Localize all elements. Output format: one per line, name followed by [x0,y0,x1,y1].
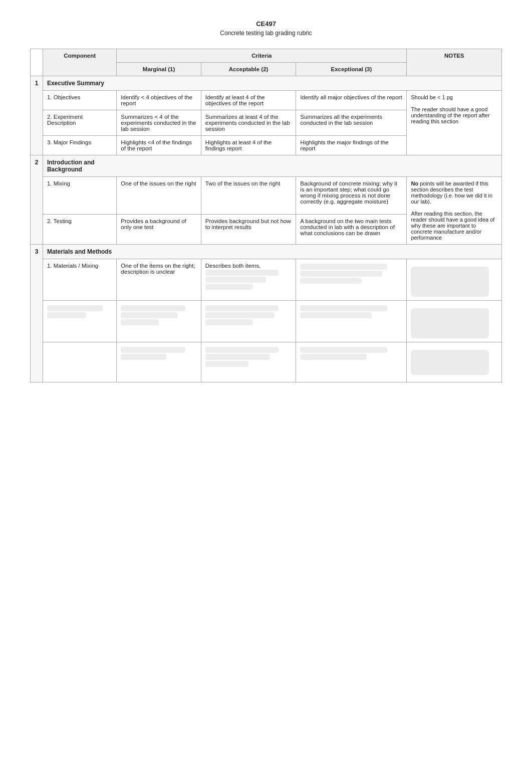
section-3-header: 3 Materials and Methods [31,245,502,259]
section-1-num: 1 [31,76,43,155]
notes-cell [407,259,502,301]
blurred-content [300,278,361,284]
section-3-title: Materials and Methods [43,245,501,259]
blurred-content [47,312,86,318]
section-1-header: 1 Executive Summary [31,76,502,91]
notes-cell: No points will be awarded if this sectio… [407,177,502,245]
blurred-content [205,284,253,290]
acceptable-cell [201,342,296,382]
notes-cell: Should be < 1 pg The reader should have … [407,91,502,155]
acceptable-cell: Highlights at least 4 of the findings re… [201,136,296,155]
table-row: 1. Materials / Mixing One of the items o… [31,259,502,301]
table-row [31,342,502,382]
blurred-content [300,305,387,311]
component-header: Component [43,49,116,76]
blurred-content [300,271,382,277]
exceptional-cell [296,342,407,382]
acceptable-cell: Provides background but not how to inter… [201,214,296,244]
exceptional-header: Exceptional (3) [296,63,407,76]
blurred-content [47,305,103,311]
acceptable-cell: Identify at least 4 of the objectives of… [201,91,296,110]
section-2-header: 2 Introduction andBackground [31,155,502,177]
section-1-title: Executive Summary [43,76,501,91]
component-cell: 2. Testing [43,214,116,244]
page-subtitle: Concrete testing lab grading rubric [30,30,502,37]
blurred-content [205,361,248,367]
component-cell: 1. Mixing [43,177,116,215]
acceptable-cell: Describes both items, [201,259,296,301]
blurred-content [205,305,279,311]
blurred-content [300,347,387,353]
page-title: CE497 [30,20,502,28]
blurred-content [205,270,279,276]
section-2-title: Introduction andBackground [43,155,501,177]
table-row: 1. Mixing One of the issues on the right… [31,177,502,215]
notes-cell [407,301,502,342]
section-2-num: 2 [31,155,43,245]
table-row: 1. Objectives Identify < 4 objectives of… [31,91,502,110]
exceptional-cell [296,259,407,301]
acceptable-cell [201,301,296,342]
notes-header: NOTES [407,49,502,76]
exceptional-cell: Background of concrete mixing; why it is… [296,177,407,215]
exceptional-cell: Highlights the major findings of the rep… [296,136,407,155]
component-cell: 3. Major Findings [43,136,116,155]
marginal-cell: Identify < 4 objectives of the report [117,91,201,110]
marginal-cell: Provides a background of only one test [117,214,201,244]
blurred-content [300,312,372,318]
acceptable-header: Acceptable (2) [201,63,296,76]
marginal-cell [117,301,201,342]
blurred-content [121,347,185,353]
blurred-content [411,350,488,375]
blurred-content [411,308,488,338]
blurred-content [121,305,185,311]
marginal-header: Marginal (1) [117,63,201,76]
criteria-header: Criteria [117,49,407,63]
blurred-content [205,354,270,360]
exceptional-cell [296,301,407,342]
notes-cell [407,342,502,382]
acceptable-cell: Two of the issues on the right [201,177,296,215]
exceptional-cell: Identify all major objectives of the rep… [296,91,407,110]
component-cell: 2. Experiment Description [43,110,116,136]
blurred-content [205,347,279,353]
blurred-content [205,312,275,318]
rubric-table: Component Criteria NOTES Marginal (1) Ac… [30,49,502,382]
acceptable-cell: Summarizes at least 4 of the experiments… [201,110,296,136]
marginal-cell: Summarizes < 4 of the experiments conduc… [117,110,201,136]
table-row [31,301,502,342]
blurred-content [205,277,266,283]
blurred-content [411,267,488,297]
blurred-content [121,312,178,318]
section-3-num: 3 [31,245,43,382]
marginal-cell [117,342,201,382]
component-cell [43,301,116,342]
marginal-cell: One of the items on the right; descripti… [117,259,201,301]
blurred-content [121,319,159,325]
exceptional-cell: Summarizes all the experiments conducted… [296,110,407,136]
blurred-content [205,319,253,325]
blurred-content [121,354,166,360]
marginal-cell: One of the issues on the right [117,177,201,215]
component-cell: 1. Objectives [43,91,116,110]
blurred-content [300,264,387,270]
component-cell [43,342,116,382]
component-cell: 1. Materials / Mixing [43,259,116,301]
blurred-content [300,354,367,360]
exceptional-cell: A background on the two main tests condu… [296,214,407,244]
marginal-cell: Highlights <4 of the findings of the rep… [117,136,201,155]
